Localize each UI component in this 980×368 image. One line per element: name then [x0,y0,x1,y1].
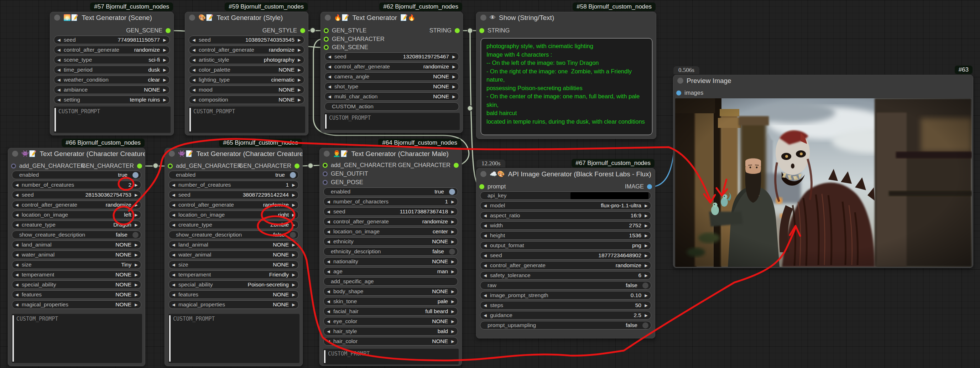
decrement-arrow-icon[interactable]: ◀ [14,193,19,198]
increment-arrow-icon[interactable]: ▶ [134,282,138,287]
increment-arrow-icon[interactable]: ▶ [134,223,138,227]
widget-scene_type[interactable]: ◀scene_typesci-fi▶ [54,56,170,64]
decrement-arrow-icon[interactable]: ◀ [327,84,332,89]
increment-arrow-icon[interactable]: ▶ [291,253,296,257]
widget-temperament[interactable]: ◀temperamentFriendly▶ [169,271,299,279]
widget-nationality[interactable]: ◀nationalityNONE▶ [323,257,458,266]
redacted-api-key-value[interactable] [571,192,649,199]
widget-number_of_creatures[interactable]: ◀number_of_creatures1▶ [169,181,299,189]
decrement-arrow-icon[interactable]: ◀ [171,203,176,207]
node-preview-image[interactable]: #630.506sPreview Imageimages [673,75,973,268]
decrement-arrow-icon[interactable]: ◀ [483,313,487,318]
decrement-arrow-icon[interactable]: ◀ [483,204,487,208]
widget-show_creature_description[interactable]: show_creature_descriptionfalse [169,231,299,239]
output-port-dot-icon[interactable] [647,184,652,189]
decrement-arrow-icon[interactable]: ◀ [327,94,332,99]
widget-height[interactable]: ◀height1536▶ [480,231,651,240]
output-port-image[interactable]: IMAGE [625,183,652,190]
decrement-arrow-icon[interactable]: ◀ [57,78,61,82]
increment-arrow-icon[interactable]: ▶ [450,309,455,314]
increment-arrow-icon[interactable]: ▶ [450,299,455,304]
increment-arrow-icon[interactable]: ▶ [297,68,302,72]
widget-skin_tone[interactable]: ◀skin_tonepale▶ [323,297,458,306]
widget-time_period[interactable]: ◀time_perioddusk▶ [54,65,170,74]
input-port-gen_character[interactable]: GEN_CHARACTER [324,36,385,42]
collapse-dot-icon[interactable] [189,14,195,21]
widget-hair_style[interactable]: ◀hair_stylebald▶ [323,327,458,336]
decrement-arrow-icon[interactable]: ◀ [14,213,19,217]
increment-arrow-icon[interactable]: ▶ [134,183,138,187]
increment-arrow-icon[interactable]: ▶ [450,220,455,224]
increment-arrow-icon[interactable]: ▶ [450,229,455,234]
widget-composition[interactable]: ◀compositionNONE▶ [189,96,304,104]
node-text-generator-character-creature-left[interactable]: #66 Bjornulf_custom_nodes👾📝Text Generato… [8,148,145,366]
node-title-bar[interactable]: 👨‍🦰📝Text Generator (Character Male) [320,148,461,159]
decrement-arrow-icon[interactable]: ◀ [192,58,196,62]
increment-arrow-icon[interactable]: ▶ [291,183,296,187]
textarea-scrollbar[interactable] [54,108,56,131]
widget-features[interactable]: ◀featuresNONE▶ [12,290,142,299]
input-port-gen_style[interactable]: GEN_STYLE [324,27,366,34]
input-port-dot-icon[interactable] [324,45,329,50]
widget-safety_tolerance[interactable]: ◀safety_tolerance6▶ [480,271,651,280]
decrement-arrow-icon[interactable]: ◀ [483,243,487,248]
widget-weather_condition[interactable]: ◀weather_conditionclear▶ [54,75,170,84]
widget-mood[interactable]: ◀moodNONE▶ [189,86,304,94]
widget-number_of_characters[interactable]: ◀number_of_characters1▶ [323,198,458,206]
decrement-arrow-icon[interactable]: ◀ [57,38,61,42]
decrement-arrow-icon[interactable]: ◀ [14,272,19,277]
decrement-arrow-icon[interactable]: ◀ [326,239,331,244]
decrement-arrow-icon[interactable]: ◀ [327,75,332,79]
decrement-arrow-icon[interactable]: ◀ [483,293,487,298]
decrement-arrow-icon[interactable]: ◀ [171,293,176,297]
decrement-arrow-icon[interactable]: ◀ [483,253,487,258]
increment-arrow-icon[interactable]: ▶ [162,78,167,82]
widget-special_ability[interactable]: ◀special_abilityNONE▶ [12,280,142,289]
widget-control_after_generate[interactable]: ◀control_after_generaterandomize▶ [189,46,304,54]
increment-arrow-icon[interactable]: ▶ [291,203,296,207]
increment-arrow-icon[interactable]: ▶ [134,303,138,307]
increment-arrow-icon[interactable]: ▶ [134,193,138,198]
input-port-prompt[interactable]: prompt [479,183,506,190]
widget-api_key[interactable]: api_key [480,191,651,200]
textarea-scrollbar[interactable] [325,114,326,129]
input-port-dot-icon[interactable] [324,28,329,33]
increment-arrow-icon[interactable]: ▶ [644,273,649,278]
increment-arrow-icon[interactable]: ▶ [297,48,302,53]
widget-custom_action[interactable]: CUSTOM_action [325,102,459,111]
decrement-arrow-icon[interactable]: ◀ [57,97,61,102]
widget-output_format[interactable]: ◀output_formatpng▶ [480,241,651,250]
decrement-arrow-icon[interactable]: ◀ [14,203,19,207]
input-port-gen_scene[interactable]: GEN_SCENE [324,44,368,51]
collapse-dot-icon[interactable] [480,171,487,177]
widget-magical_properties[interactable]: ◀magical_propertiesNONE▶ [169,300,299,309]
increment-arrow-icon[interactable]: ▶ [134,272,138,277]
increment-arrow-icon[interactable]: ▶ [162,38,167,42]
decrement-arrow-icon[interactable]: ◀ [483,263,487,268]
node-title-bar[interactable]: 👁Show (String/Text) [476,12,656,23]
widget-seed[interactable]: ◀seed380872295142244▶ [169,191,299,199]
increment-arrow-icon[interactable]: ▶ [162,88,167,92]
decrement-arrow-icon[interactable]: ◀ [14,293,19,297]
decrement-arrow-icon[interactable]: ◀ [483,223,487,228]
increment-arrow-icon[interactable]: ▶ [134,203,138,207]
output-port-dot-icon[interactable] [300,28,305,33]
increment-arrow-icon[interactable]: ▶ [450,319,455,324]
output-port-dot-icon[interactable] [137,164,142,169]
increment-arrow-icon[interactable]: ▶ [452,54,456,59]
widget-control_after_generate[interactable]: ◀control_after_generaterandomize▶ [12,201,142,209]
increment-arrow-icon[interactable]: ▶ [644,243,649,248]
widget-ethnicity_description[interactable]: ethnicity_descriptionfalse [323,247,458,256]
widget-multi_char_action[interactable]: ◀multi_char_actionNONE▶ [325,92,459,101]
increment-arrow-icon[interactable]: ▶ [162,58,167,62]
output-port-dot-icon[interactable] [294,164,299,169]
increment-arrow-icon[interactable]: ▶ [291,193,296,198]
decrement-arrow-icon[interactable]: ◀ [326,199,331,204]
widget-color_palette[interactable]: ◀color_paletteNONE▶ [189,65,304,74]
toggle-circle-icon[interactable] [449,189,455,195]
textarea-scrollbar[interactable] [324,350,326,363]
increment-arrow-icon[interactable]: ▶ [450,339,455,344]
generated-preview-image[interactable] [675,98,972,267]
decrement-arrow-icon[interactable]: ◀ [171,263,176,267]
increment-arrow-icon[interactable]: ▶ [297,58,302,62]
